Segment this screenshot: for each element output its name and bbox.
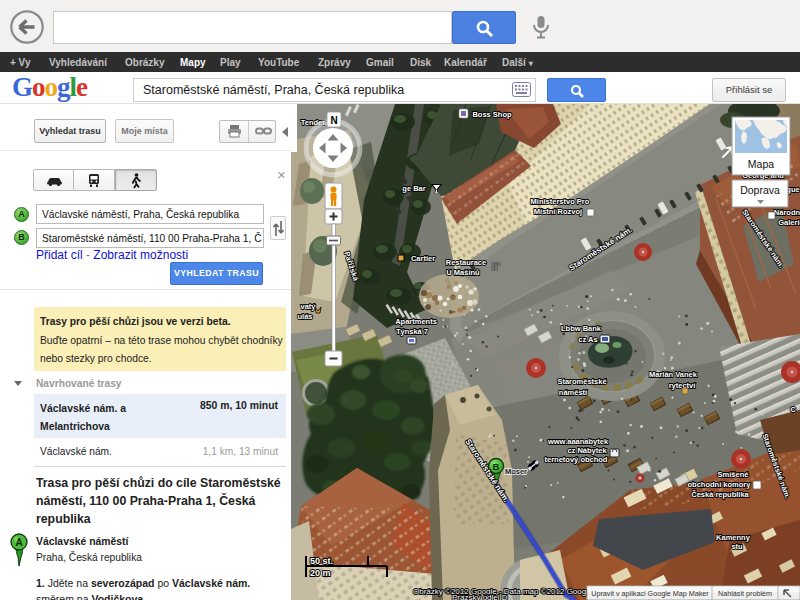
svg-text:stu: stu <box>731 542 743 551</box>
svg-text:A: A <box>15 537 22 548</box>
svg-text:B: B <box>493 461 500 472</box>
svg-text:Ministerstvo Pro: Ministerstvo Pro <box>531 197 590 206</box>
svg-text:U Mašínů: U Mašínů <box>446 268 480 277</box>
svg-text:Staroměstské: Staroměstské <box>557 377 606 386</box>
svg-text:cz As: cz As <box>578 335 597 344</box>
svg-text:náměstí: náměstí <box>559 388 588 397</box>
svg-text:Marián Vanek: Marián Vanek <box>649 370 698 379</box>
svg-text:50 st.: 50 st. <box>310 556 333 566</box>
svg-text:www.aaanabytek: www.aaanabytek <box>547 437 609 446</box>
svg-text:ulás: ulás <box>297 312 312 321</box>
svg-text:Kamenny: Kamenny <box>716 533 751 542</box>
svg-text:Místní Rozvoj: Místní Rozvoj <box>534 207 582 216</box>
svg-text:Nahlásit problém: Nahlásit problém <box>718 589 772 598</box>
svg-text:Národní: Národní <box>774 208 800 217</box>
svg-text:Apartments: Apartments <box>395 317 437 326</box>
svg-text:Lbbw Bank: Lbbw Bank <box>561 324 602 333</box>
svg-text:Prazsky odlel D: Prazsky odlel D <box>452 593 508 600</box>
svg-text:Doprava: Doprava <box>740 184 780 196</box>
svg-text:obchodní komory: obchodní komory <box>688 480 752 489</box>
svg-text:Galerie: Galerie <box>778 218 800 227</box>
svg-text:20 m: 20 m <box>310 568 331 578</box>
svg-text:Moser: Moser <box>505 467 527 476</box>
svg-text:Restaurace: Restaurace <box>446 258 486 267</box>
svg-text:vatý: vatý <box>300 302 316 311</box>
svg-text:ternetový obchod: ternetový obchod <box>545 455 608 464</box>
svg-text:Upravit v aplikaci Google Map: Upravit v aplikaci Google Map Maker <box>591 589 709 598</box>
svg-text:Boss Shop: Boss Shop <box>472 110 512 119</box>
svg-text:Cartier: Cartier <box>411 254 435 263</box>
svg-text:N: N <box>330 115 337 126</box>
svg-text:cz Nábytek: cz Nábytek <box>567 446 607 455</box>
svg-text:Mapa: Mapa <box>748 158 774 170</box>
svg-text:C: C <box>790 405 796 414</box>
svg-text:Česká republika: Česká republika <box>691 490 749 499</box>
svg-text:Týnská 7: Týnská 7 <box>396 327 428 336</box>
svg-text:ge Bar: ge Bar <box>402 184 425 193</box>
svg-text:Smíšené: Smíšené <box>718 470 749 479</box>
